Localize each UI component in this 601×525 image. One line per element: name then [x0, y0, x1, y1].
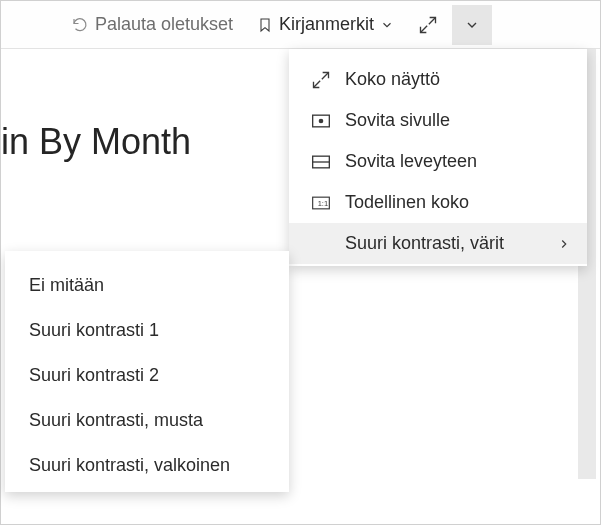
menu-item-actual-size[interactable]: 1:1 Todellinen koko — [289, 182, 587, 223]
submenu-item-none[interactable]: Ei mitään — [5, 263, 289, 308]
submenu-item-hc-black[interactable]: Suuri kontrasti, musta — [5, 398, 289, 443]
bookmarks-label: Kirjanmerkit — [279, 14, 374, 35]
menu-item-label: Sovita sivulle — [345, 110, 571, 131]
high-contrast-submenu: Ei mitään Suuri kontrasti 1 Suuri kontra… — [5, 251, 289, 492]
fullscreen-toggle-button[interactable] — [408, 5, 448, 45]
page-title: in By Month — [1, 121, 191, 163]
menu-item-fullscreen[interactable]: Koko näyttö — [289, 59, 587, 100]
view-options-menu: Koko näyttö Sovita sivulle Sovita leveyt… — [289, 49, 587, 266]
menu-item-fit-page[interactable]: Sovita sivulle — [289, 100, 587, 141]
svg-text:1:1: 1:1 — [318, 199, 328, 208]
expand-icon — [311, 70, 331, 90]
expand-icon — [418, 15, 438, 35]
undo-icon — [71, 16, 89, 34]
menu-item-high-contrast[interactable]: Suuri kontrasti, värit — [289, 223, 587, 264]
svg-point-1 — [319, 119, 322, 122]
submenu-item-hc-white[interactable]: Suuri kontrasti, valkoinen — [5, 443, 289, 488]
submenu-item-hc1[interactable]: Suuri kontrasti 1 — [5, 308, 289, 353]
chevron-down-icon — [380, 18, 394, 32]
actual-size-icon: 1:1 — [311, 195, 331, 211]
fit-width-icon — [311, 154, 331, 170]
toolbar: Palauta oletukset Kirjanmerkit — [1, 1, 600, 49]
bookmarks-button[interactable]: Kirjanmerkit — [247, 8, 404, 41]
fit-page-icon — [311, 113, 331, 129]
menu-item-label: Koko näyttö — [345, 69, 571, 90]
submenu-item-hc2[interactable]: Suuri kontrasti 2 — [5, 353, 289, 398]
view-options-button[interactable] — [452, 5, 492, 45]
restore-defaults-button[interactable]: Palauta oletukset — [61, 8, 243, 41]
menu-item-label: Sovita leveyteen — [345, 151, 571, 172]
chevron-down-icon — [464, 17, 480, 33]
menu-item-label: Suuri kontrasti, värit — [345, 233, 543, 254]
chevron-right-icon — [557, 237, 571, 251]
bookmark-icon — [257, 15, 273, 35]
menu-item-fit-width[interactable]: Sovita leveyteen — [289, 141, 587, 182]
menu-item-label: Todellinen koko — [345, 192, 571, 213]
restore-defaults-label: Palauta oletukset — [95, 14, 233, 35]
